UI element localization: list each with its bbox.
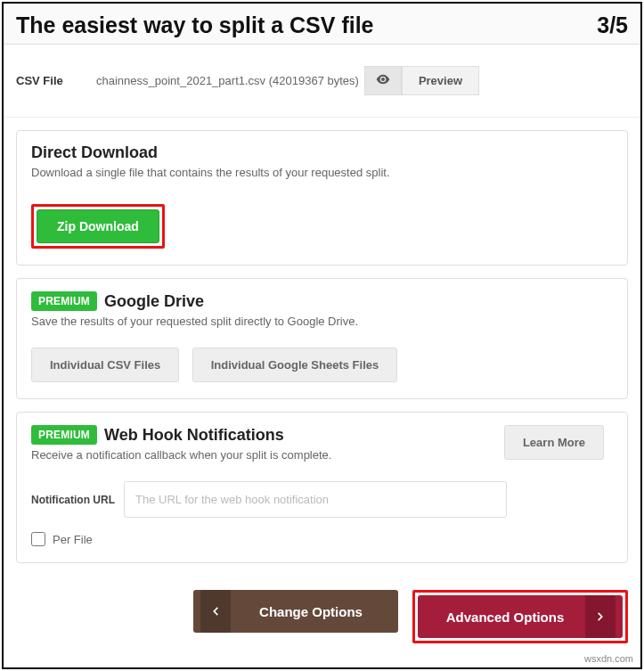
notification-url-label: Notification URL (31, 494, 117, 506)
zip-download-highlight: Zip Download (31, 204, 165, 249)
google-drive-sub: Save the results of your requested split… (31, 315, 613, 328)
direct-download-sub: Download a single file that contains the… (31, 166, 613, 179)
arrow-left-icon (200, 590, 231, 633)
google-drive-title: Google Drive (104, 292, 204, 311)
page-title: The easiest way to split a CSV file (16, 12, 374, 38)
file-name: chainness_point_2021_part1.csv (42019367… (96, 74, 359, 87)
direct-download-title: Direct Download (31, 143, 613, 162)
direct-download-panel: Direct Download Download a single file t… (16, 130, 628, 266)
file-bar: CSV File chainness_point_2021_part1.csv … (4, 45, 640, 118)
google-drive-panel: PREMIUM Google Drive Save the results of… (16, 278, 628, 399)
eye-icon (376, 74, 390, 87)
preview-button[interactable]: Preview (402, 66, 479, 95)
premium-badge: PREMIUM (31, 291, 97, 311)
footer-buttons: Change Options Advanced Options (4, 590, 640, 647)
individual-sheets-button[interactable]: Individual Google Sheets Files (192, 348, 398, 382)
change-options-label: Change Options (231, 604, 391, 619)
webhook-panel: Learn More PREMIUM Web Hook Notification… (16, 412, 628, 563)
webhook-title: Web Hook Notifications (104, 426, 284, 445)
advanced-options-highlight: Advanced Options (412, 590, 628, 643)
individual-csv-button[interactable]: Individual CSV Files (31, 348, 179, 382)
learn-more-button[interactable]: Learn More (504, 425, 604, 460)
advanced-options-button[interactable]: Advanced Options (418, 595, 623, 638)
notification-url-input[interactable] (124, 481, 507, 518)
preview-eye-button[interactable] (364, 66, 402, 95)
file-label: CSV File (16, 74, 96, 87)
header: The easiest way to split a CSV file 3/5 (4, 4, 640, 45)
change-options-button[interactable]: Change Options (193, 590, 398, 633)
zip-download-button[interactable]: Zip Download (37, 209, 159, 243)
per-file-checkbox[interactable] (31, 532, 45, 546)
arrow-right-icon (585, 595, 615, 638)
advanced-options-label: Advanced Options (425, 610, 585, 625)
watermark: wsxdn.com (584, 653, 633, 664)
premium-badge: PREMIUM (31, 425, 97, 445)
step-indicator: 3/5 (597, 12, 628, 38)
per-file-row[interactable]: Per File (31, 532, 613, 546)
per-file-label: Per File (53, 533, 93, 546)
